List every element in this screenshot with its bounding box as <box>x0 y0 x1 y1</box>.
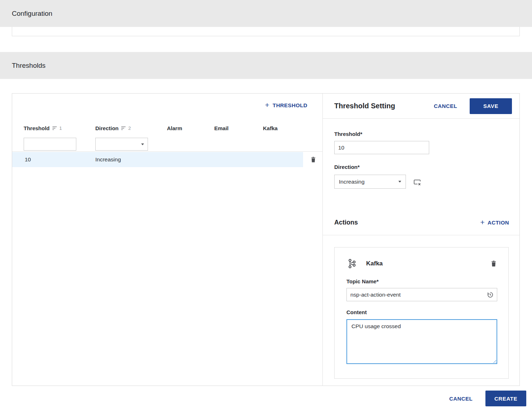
trash-icon <box>311 157 316 163</box>
clear-selection-button[interactable] <box>412 178 422 186</box>
save-button[interactable]: SAVE <box>470 98 512 114</box>
content-textarea[interactable]: CPU usage crossed <box>346 319 497 364</box>
sort-icon <box>121 126 126 130</box>
threshold-setting-header: Threshold Setting CANCEL SAVE <box>323 94 519 119</box>
footer-cancel-button[interactable]: CANCEL <box>449 396 473 402</box>
delete-threshold-button[interactable] <box>310 156 317 164</box>
thresholds-section-bar: Thresholds <box>0 52 532 79</box>
table-header-row: Threshold 1 Direction 2 Alarm Email Kafk… <box>12 121 322 135</box>
create-button[interactable]: CREATE <box>485 391 526 406</box>
threshold-setting-pane: Threshold Setting CANCEL SAVE Threshold*… <box>323 94 519 386</box>
threshold-field-label: Threshold* <box>334 131 362 137</box>
plus-icon: + <box>480 218 485 226</box>
table-row[interactable]: 10 Increasing <box>12 152 322 167</box>
topic-name-field <box>346 288 497 301</box>
direction-field-label: Direction* <box>334 164 360 170</box>
column-header-threshold[interactable]: Threshold 1 <box>24 121 62 135</box>
add-action-button[interactable]: + ACTION <box>480 219 509 226</box>
sort-icon <box>52 126 57 130</box>
selected-row-highlight: 10 Increasing <box>12 152 303 167</box>
add-threshold-button[interactable]: + THRESHOLD <box>265 101 307 109</box>
content-field: CPU usage crossed <box>346 319 497 364</box>
kafka-icon <box>348 259 356 268</box>
kafka-card-title: Kafka <box>366 260 490 267</box>
kafka-card-header: Kafka <box>335 255 508 272</box>
column-header-kafka[interactable]: Kafka <box>263 121 278 135</box>
setting-cancel-button[interactable]: CANCEL <box>434 103 457 109</box>
delete-action-button[interactable] <box>490 260 497 268</box>
history-icon <box>487 291 494 298</box>
column-header-direction[interactable]: Direction 2 <box>95 121 131 135</box>
column-label: Email <box>214 125 229 131</box>
cell-threshold: 10 <box>25 152 31 167</box>
actions-header: Actions + ACTION <box>323 210 519 235</box>
threshold-value-input[interactable] <box>334 141 429 154</box>
chevron-down-icon <box>398 181 401 183</box>
column-header-alarm[interactable]: Alarm <box>167 121 182 135</box>
add-action-label: ACTION <box>488 219 509 226</box>
table-filter-row <box>12 135 322 152</box>
sort-order-badge: 2 <box>128 126 131 131</box>
threshold-setting-title: Threshold Setting <box>334 102 434 110</box>
column-label: Alarm <box>167 125 182 131</box>
clear-selection-icon <box>413 179 421 186</box>
add-threshold-label: THRESHOLD <box>273 102 307 108</box>
threshold-filter-input[interactable] <box>24 138 76 151</box>
actions-title: Actions <box>334 219 358 226</box>
content-label: Content <box>346 309 367 315</box>
thresholds-table-pane: + THRESHOLD Threshold 1 Direction 2 Alar… <box>12 94 323 386</box>
thresholds-section-title: Thresholds <box>12 62 45 70</box>
column-label: Threshold <box>24 125 50 131</box>
kafka-action-card: Kafka Topic Name* <box>334 247 509 379</box>
direction-select-value: Increasing <box>339 179 365 185</box>
column-label: Direction <box>95 125 119 131</box>
chevron-down-icon <box>141 143 144 145</box>
cell-direction: Increasing <box>95 152 121 167</box>
trash-icon <box>491 260 497 267</box>
plus-icon: + <box>265 101 269 109</box>
column-header-email[interactable]: Email <box>214 121 229 135</box>
topic-name-input[interactable] <box>346 288 497 301</box>
column-label: Kafka <box>263 125 278 131</box>
configuration-header-bar: Configuration <box>0 0 532 27</box>
topic-name-label: Topic Name* <box>346 278 379 284</box>
direction-filter-select[interactable] <box>95 138 148 151</box>
page-title: Configuration <box>12 10 52 18</box>
topic-history-button[interactable] <box>486 290 494 299</box>
thresholds-panel: + THRESHOLD Threshold 1 Direction 2 Alar… <box>12 93 520 386</box>
sort-order-badge: 1 <box>59 126 62 131</box>
screen: Total: None Configuration Thresholds + T… <box>0 0 532 411</box>
footer-action-bar: CANCEL CREATE <box>0 386 532 411</box>
direction-select[interactable]: Increasing <box>334 175 406 189</box>
